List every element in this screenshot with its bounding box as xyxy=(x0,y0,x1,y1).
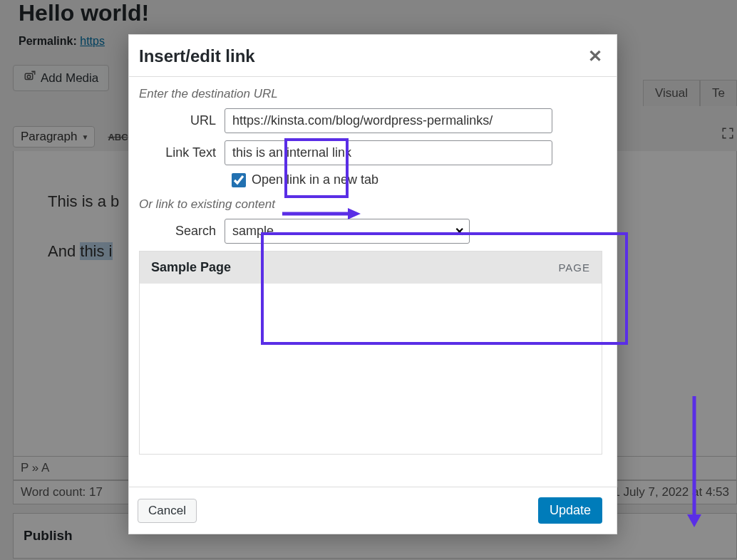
linktext-input[interactable] xyxy=(225,140,552,165)
url-row: URL xyxy=(139,108,602,133)
cancel-button[interactable]: Cancel xyxy=(138,499,197,523)
modal-body: Enter the destination URL URL Link Text … xyxy=(129,77,617,487)
section-existing-content: Or link to existing content xyxy=(139,197,602,212)
update-button[interactable]: Update xyxy=(538,497,602,524)
close-icon[interactable]: ✕ xyxy=(588,46,602,66)
result-title: Sample Page xyxy=(151,260,231,275)
result-item[interactable]: Sample Page PAGE xyxy=(140,252,602,284)
search-input[interactable] xyxy=(225,219,470,244)
newtab-row: Open link in a new tab xyxy=(232,172,602,187)
url-input[interactable] xyxy=(225,108,552,133)
modal-footer: Cancel Update xyxy=(129,487,617,534)
insert-link-modal: Insert/edit link ✕ Enter the destination… xyxy=(128,34,617,534)
search-results: Sample Page PAGE xyxy=(139,251,602,455)
newtab-label: Open link in a new tab xyxy=(252,172,378,187)
result-kind: PAGE xyxy=(558,261,590,274)
search-row: Search ✕ xyxy=(139,219,602,244)
modal-header: Insert/edit link ✕ xyxy=(129,35,617,77)
linktext-label: Link Text xyxy=(139,145,225,160)
clear-search-icon[interactable]: ✕ xyxy=(455,224,464,238)
url-label: URL xyxy=(139,113,225,128)
section-destination-url: Enter the destination URL xyxy=(139,87,602,101)
modal-title: Insert/edit link xyxy=(139,46,255,66)
linktext-row: Link Text xyxy=(139,140,602,165)
search-label: Search xyxy=(139,224,225,239)
newtab-checkbox[interactable] xyxy=(232,173,246,187)
